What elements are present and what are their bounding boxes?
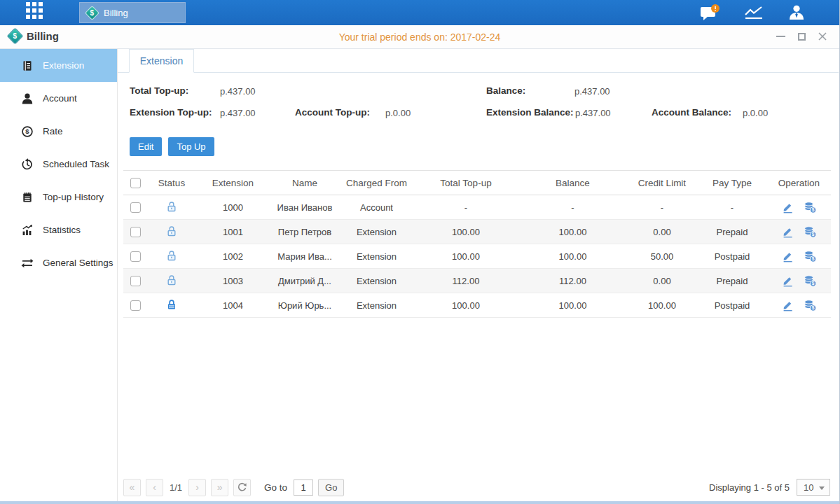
- edit-row-button[interactable]: [782, 300, 794, 312]
- pay-type-cell: Postpaid: [697, 293, 767, 318]
- balance-cell: 100.00: [518, 293, 627, 318]
- name-cell: Юрий Юрь...: [270, 293, 340, 318]
- sidebar-item-account[interactable]: Account: [0, 82, 117, 115]
- col-pay-type: Pay Type: [697, 171, 767, 195]
- tab-extension[interactable]: Extension: [129, 49, 194, 73]
- user-icon[interactable]: [787, 4, 806, 21]
- refresh-icon: [237, 482, 247, 493]
- topup-coins-icon: $: [804, 251, 817, 262]
- sidebar-item-scheduled-task[interactable]: Scheduled Task: [0, 148, 117, 181]
- tab-bar: Extension: [118, 49, 839, 73]
- account-balance-value: p.0.00: [743, 108, 768, 118]
- sidebar-item-topup-history[interactable]: Top-up History: [0, 181, 117, 214]
- table-row[interactable]: 1003Дмитрий Д...Extension112.00112.000.0…: [123, 269, 831, 293]
- message-icon[interactable]: [700, 4, 720, 21]
- sidebar-item-label: Statistics: [43, 225, 81, 235]
- total-topup-cell: 100.00: [413, 220, 518, 244]
- sidebar-item-label: Top-up History: [43, 192, 104, 202]
- row-checkbox[interactable]: [130, 300, 141, 311]
- extension-topup-label: Extension Top-up:: [130, 107, 212, 118]
- table-row[interactable]: 1001Петр ПетровExtension100.00100.000.00…: [123, 220, 831, 244]
- edit-button[interactable]: Edit: [130, 137, 162, 156]
- table-row[interactable]: 1000Иван ИвановAccount----$: [123, 195, 831, 220]
- billing-summary: Total Top-up: p.437.00 Balance: p.437.00…: [118, 73, 839, 136]
- minimize-icon[interactable]: [775, 31, 786, 42]
- goto-page-input[interactable]: [294, 479, 313, 496]
- balance-label: Balance:: [486, 85, 525, 96]
- credit-limit-cell: 0.00: [627, 220, 697, 244]
- first-page-button[interactable]: «: [123, 479, 141, 496]
- svg-text:$: $: [811, 232, 814, 237]
- person-icon: [21, 92, 34, 105]
- credit-limit-cell: 0.00: [627, 269, 697, 293]
- total-topup-label: Total Top-up:: [130, 85, 188, 96]
- extension-balance-value: p.437.00: [575, 108, 611, 118]
- table-row[interactable]: 1002Мария Ива...Extension100.00100.0050.…: [123, 244, 831, 269]
- sidebar-item-label: Extension: [43, 60, 84, 71]
- lock-open-icon: [166, 274, 177, 286]
- table-row[interactable]: 1004Юрий Юрь...Extension100.00100.00100.…: [123, 293, 831, 318]
- balance-cell: -: [518, 195, 627, 220]
- table-header-row: Status Extension Name Charged From Total…: [123, 171, 831, 195]
- credit-limit-cell: 50.00: [627, 244, 697, 269]
- topup-row-button[interactable]: $: [804, 202, 817, 214]
- total-topup-cell: 100.00: [413, 293, 518, 318]
- charged-from-cell: Extension: [340, 293, 413, 318]
- tab-extension-label: Extension: [140, 55, 183, 66]
- edit-pencil-icon: [782, 202, 794, 214]
- sidebar-item-statistics[interactable]: Statistics: [0, 214, 117, 246]
- sidebar-item-label: Rate: [43, 126, 63, 136]
- topup-row-button[interactable]: $: [804, 226, 817, 238]
- window-bottom-edge: [0, 501, 839, 504]
- pay-type-cell: -: [697, 195, 767, 220]
- lock-open-icon: [166, 201, 177, 212]
- total-topup-cell: 112.00: [413, 269, 518, 293]
- edit-row-button[interactable]: [782, 226, 794, 238]
- apps-grid-icon[interactable]: [26, 2, 47, 23]
- col-name: Name: [270, 171, 340, 195]
- next-page-button[interactable]: ›: [188, 479, 206, 496]
- col-balance: Balance: [518, 171, 627, 195]
- row-checkbox[interactable]: [130, 251, 141, 262]
- row-checkbox[interactable]: [130, 202, 141, 213]
- dollar-diamond-icon: $: [85, 5, 99, 20]
- top-up-button[interactable]: Top Up: [168, 137, 214, 156]
- extension-cell: 1001: [196, 220, 270, 244]
- sidebar-item-rate[interactable]: $ Rate: [0, 115, 117, 148]
- extension-cell: 1002: [196, 244, 270, 269]
- maximize-icon[interactable]: [796, 31, 807, 42]
- sidebar-item-extension[interactable]: Extension: [0, 49, 117, 82]
- edit-row-button[interactable]: [782, 251, 794, 262]
- topbar-tab-billing[interactable]: $ Billing: [79, 2, 186, 23]
- edit-pencil-icon: [782, 300, 794, 312]
- lock-open-icon: [166, 250, 177, 261]
- select-all-checkbox[interactable]: [130, 178, 141, 188]
- page-size-select[interactable]: 10: [797, 479, 830, 496]
- notepad-icon: [21, 191, 34, 204]
- topup-coins-icon: $: [804, 226, 817, 238]
- line-chart-icon[interactable]: [744, 5, 764, 20]
- edit-row-button[interactable]: [782, 202, 794, 214]
- topup-row-button[interactable]: $: [804, 275, 817, 287]
- col-total-topup: Total Top-up: [413, 171, 518, 195]
- edit-row-button[interactable]: [782, 275, 794, 287]
- last-page-button[interactable]: »: [211, 479, 228, 496]
- refresh-button[interactable]: [233, 479, 251, 496]
- go-button[interactable]: Go: [318, 479, 344, 496]
- svg-text:$: $: [811, 207, 814, 213]
- status-cell: [147, 244, 196, 269]
- close-icon[interactable]: [817, 31, 828, 42]
- col-charged-from: Charged From: [340, 171, 413, 195]
- topup-row-button[interactable]: $: [804, 300, 817, 312]
- page-size-value: 10: [804, 482, 813, 493]
- transfer-arrows-icon: [21, 257, 34, 270]
- sidebar-item-general-settings[interactable]: General Settings: [0, 246, 117, 279]
- topup-row-button[interactable]: $: [804, 251, 817, 262]
- row-checkbox[interactable]: [130, 227, 141, 237]
- row-checkbox[interactable]: [130, 276, 141, 286]
- topup-coins-icon: $: [804, 202, 817, 214]
- prev-page-button[interactable]: ‹: [146, 479, 163, 496]
- extension-balance-label: Extension Balance:: [486, 107, 574, 118]
- status-cell: [147, 269, 196, 293]
- pagination-bar: « ‹ 1/1 › » Go to Go Displaying 1 - 5 of…: [123, 477, 830, 497]
